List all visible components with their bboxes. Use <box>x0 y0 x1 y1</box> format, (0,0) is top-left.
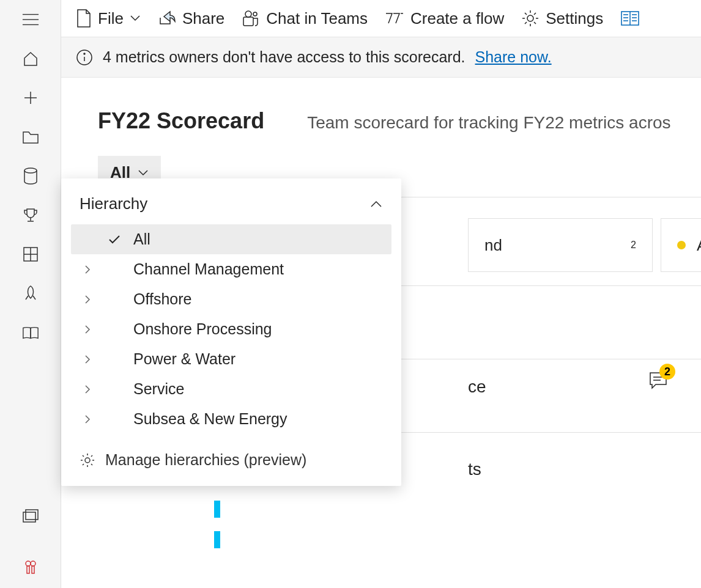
people-icon[interactable] <box>22 559 39 576</box>
folder-icon[interactable] <box>22 128 39 145</box>
reading-view-button[interactable] <box>620 10 640 26</box>
chevron-right-icon <box>84 294 91 305</box>
hierarchy-item-channel-management[interactable]: Channel Management <box>71 254 391 284</box>
file-label: File <box>98 9 124 28</box>
toolbar: File Share Chat in Teams Create a flow S… <box>61 0 701 37</box>
book-icon[interactable] <box>22 324 39 341</box>
content-area: FY22 Scorecard Team scorecard for tracki… <box>61 78 701 189</box>
svg-point-17 <box>245 11 251 17</box>
hierarchy-item-label: Channel Management <box>133 260 284 278</box>
svg-point-14 <box>31 561 35 566</box>
info-banner: 4 metrics owners don't have access to th… <box>61 37 701 78</box>
share-label: Share <box>182 9 224 28</box>
chat-teams-button[interactable]: Chat in Teams <box>242 9 368 28</box>
text-fragment-ts: ts <box>468 460 481 479</box>
hierarchy-item-label: All <box>133 230 150 248</box>
hierarchy-item-power-water[interactable]: Power & Water <box>71 344 391 374</box>
gear-icon <box>521 9 540 28</box>
chevron-right-icon <box>84 384 91 395</box>
hierarchy-item-label: Onshore Processing <box>133 320 272 338</box>
notes-count: 2 <box>659 364 675 380</box>
manage-hierarchies-link[interactable]: Manage hierarchies (preview) <box>71 434 391 471</box>
svg-rect-12 <box>23 512 35 522</box>
database-icon[interactable] <box>22 167 39 185</box>
timeline-tick <box>214 531 220 548</box>
dropdown-title: Hierarchy <box>80 194 147 213</box>
manage-hierarchies-label: Manage hierarchies (preview) <box>105 451 306 469</box>
text-fragment-ce: ce <box>468 377 486 397</box>
hierarchy-item-label: Power & Water <box>133 350 236 368</box>
svg-point-13 <box>26 561 31 566</box>
settings-button[interactable]: Settings <box>521 9 603 28</box>
svg-point-18 <box>253 12 257 16</box>
settings-label: Settings <box>546 9 603 28</box>
hierarchy-item-offshore[interactable]: Offshore <box>71 284 391 314</box>
file-icon <box>76 9 92 28</box>
share-icon <box>158 10 176 26</box>
status-card-behind[interactable]: nd 2 <box>468 218 653 272</box>
svg-point-20 <box>527 15 533 21</box>
hierarchy-item-onshore-processing[interactable]: Onshore Processing <box>71 314 391 344</box>
main-area: File Share Chat in Teams Create a flow S… <box>61 0 701 588</box>
page-subtitle: Team scorecard for tracking FY22 metrics… <box>307 113 670 133</box>
trophy-icon[interactable] <box>22 207 39 224</box>
chevron-down-icon <box>130 15 141 22</box>
reading-icon <box>620 10 640 26</box>
timeline-tick <box>214 501 220 518</box>
share-button[interactable]: Share <box>158 9 224 28</box>
flow-icon <box>385 11 404 26</box>
chevron-right-icon <box>84 264 91 275</box>
flow-label: Create a flow <box>410 9 504 28</box>
at-risk-label: At ri <box>697 236 701 255</box>
status-card-at-risk[interactable]: At ri <box>661 218 701 272</box>
banner-text: 4 metrics owners don't have access to th… <box>103 48 465 66</box>
chevron-up-icon[interactable] <box>369 200 383 208</box>
svg-rect-19 <box>243 17 253 26</box>
hierarchy-item-service[interactable]: Service <box>71 374 391 404</box>
chevron-right-icon <box>84 324 91 335</box>
chevron-down-icon <box>138 169 149 177</box>
svg-point-34 <box>85 458 90 463</box>
notes-indicator[interactable]: 2 <box>648 371 668 392</box>
workspaces-icon[interactable] <box>22 507 39 524</box>
rocket-icon[interactable] <box>22 285 39 302</box>
grid-icon[interactable] <box>22 246 39 263</box>
home-icon[interactable] <box>22 50 39 67</box>
hierarchy-dropdown: Hierarchy All Channel Management Offsho <box>61 178 401 486</box>
hierarchy-item-label: Offshore <box>133 290 191 308</box>
plus-icon[interactable] <box>22 89 39 106</box>
share-now-link[interactable]: Share now. <box>475 48 552 66</box>
card-fragment: nd <box>484 236 502 255</box>
svg-rect-16 <box>32 566 34 573</box>
svg-rect-15 <box>27 566 29 573</box>
info-icon <box>76 49 93 66</box>
hamburger-icon[interactable] <box>22 11 39 28</box>
create-flow-button[interactable]: Create a flow <box>385 9 504 28</box>
teams-icon <box>242 10 260 27</box>
svg-point-31 <box>84 53 85 54</box>
page-title: FY22 Scorecard <box>98 108 264 134</box>
hierarchy-item-subsea-new-energy[interactable]: Subsea & New Energy <box>71 404 391 434</box>
svg-rect-11 <box>26 510 38 520</box>
status-dot-yellow <box>677 241 686 249</box>
left-nav-rail <box>0 0 61 588</box>
hierarchy-item-all[interactable]: All <box>71 224 391 254</box>
hierarchy-item-label: Service <box>133 380 184 398</box>
hierarchy-item-label: Subsea & New Energy <box>133 410 287 428</box>
behind-count: 2 <box>631 240 636 251</box>
check-icon <box>108 234 121 245</box>
chat-label: Chat in Teams <box>266 9 368 28</box>
chevron-right-icon <box>84 354 91 365</box>
svg-point-5 <box>24 168 37 173</box>
file-menu[interactable]: File <box>76 9 141 28</box>
gear-icon <box>80 452 95 468</box>
chevron-right-icon <box>84 414 91 425</box>
